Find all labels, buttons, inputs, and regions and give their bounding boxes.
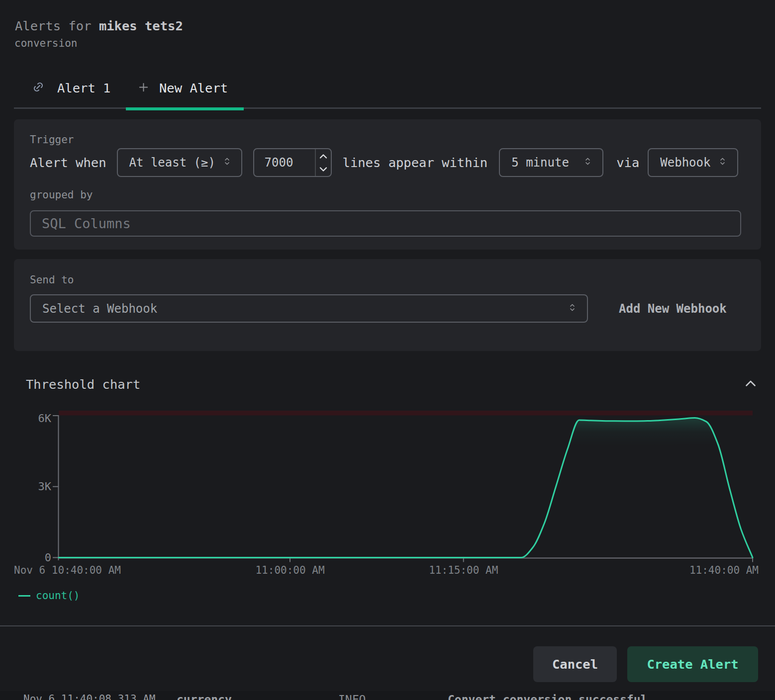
page-title-source-name: mikes tets2 — [99, 18, 183, 33]
channel-select[interactable]: Webhook — [648, 148, 738, 177]
chart-legend[interactable]: count() — [18, 590, 80, 602]
page-title: Alerts for mikes tets2 — [15, 18, 183, 33]
trigger-panel: Trigger Alert when At least (≥) lines ap… — [14, 119, 761, 250]
legend-series-label: count() — [36, 590, 80, 602]
log-service: currency — [177, 693, 232, 700]
time-window-value: 5 minute — [511, 156, 569, 170]
plus-icon — [138, 82, 149, 95]
group-by-input[interactable] — [30, 210, 741, 237]
active-tab-indicator — [126, 107, 244, 110]
threshold-value-input-group — [253, 148, 332, 177]
collapse-chart-button[interactable] — [744, 378, 757, 389]
log-message: Convert conversion successful — [448, 693, 648, 700]
threshold-type-select[interactable]: At least (≥) — [117, 148, 242, 177]
grouped-by-label: grouped by — [30, 189, 93, 201]
tab-new-alert-label: New Alert — [159, 81, 228, 95]
create-alert-button[interactable]: Create Alert — [627, 646, 758, 682]
log-timestamp: Nov 6 11:40:08.313 AM — [23, 693, 156, 700]
threshold-value-input[interactable] — [254, 149, 315, 176]
threshold-chart — [0, 393, 775, 587]
select-caret-icon — [718, 156, 727, 170]
tab-alert-1[interactable]: Alert 1 — [32, 73, 110, 103]
select-caret-icon — [583, 156, 592, 170]
footer-divider — [0, 625, 775, 626]
chevron-up-icon — [745, 380, 756, 387]
cancel-button[interactable]: Cancel — [533, 646, 617, 682]
trigger-controls-row: Alert when At least (≥) lines appear wit… — [30, 148, 738, 177]
send-to-row: Select a Webhook Add New Webhook — [30, 294, 745, 323]
select-caret-icon — [568, 302, 577, 316]
webhook-select[interactable]: Select a Webhook — [30, 294, 588, 323]
tab-alert-1-label: Alert 1 — [57, 81, 110, 95]
number-spinner — [315, 149, 331, 176]
via-label: via — [616, 155, 639, 170]
webhook-select-placeholder: Select a Webhook — [42, 302, 157, 316]
select-caret-icon — [222, 156, 232, 170]
log-level: INFO — [338, 693, 366, 700]
background-log-row: Nov 6 11:40:08.313 AM currency INFO Conv… — [0, 691, 775, 700]
alert-when-label: Alert when — [30, 155, 106, 170]
page-subtitle: conversion — [14, 37, 77, 49]
threshold-type-value: At least (≥) — [129, 156, 215, 170]
add-new-webhook-button[interactable]: Add New Webhook — [601, 294, 745, 323]
threshold-chart-title: Threshold chart — [26, 377, 140, 392]
tab-new-alert[interactable]: New Alert — [138, 73, 228, 103]
send-to-panel: Send to Select a Webhook Add New Webhook — [14, 259, 761, 351]
link-icon — [32, 81, 44, 95]
legend-line-swatch — [18, 595, 30, 597]
threshold-band — [59, 411, 753, 416]
page-title-prefix: Alerts for — [15, 18, 99, 33]
spinner-up-icon[interactable] — [319, 154, 327, 159]
trigger-section-label: Trigger — [30, 134, 74, 146]
spinner-down-icon[interactable] — [319, 167, 327, 172]
send-to-section-label: Send to — [30, 274, 74, 286]
lines-appear-label: lines appear within — [343, 155, 488, 170]
time-window-select[interactable]: 5 minute — [499, 148, 603, 177]
series-area — [59, 418, 753, 558]
channel-value: Webhook — [660, 156, 710, 170]
